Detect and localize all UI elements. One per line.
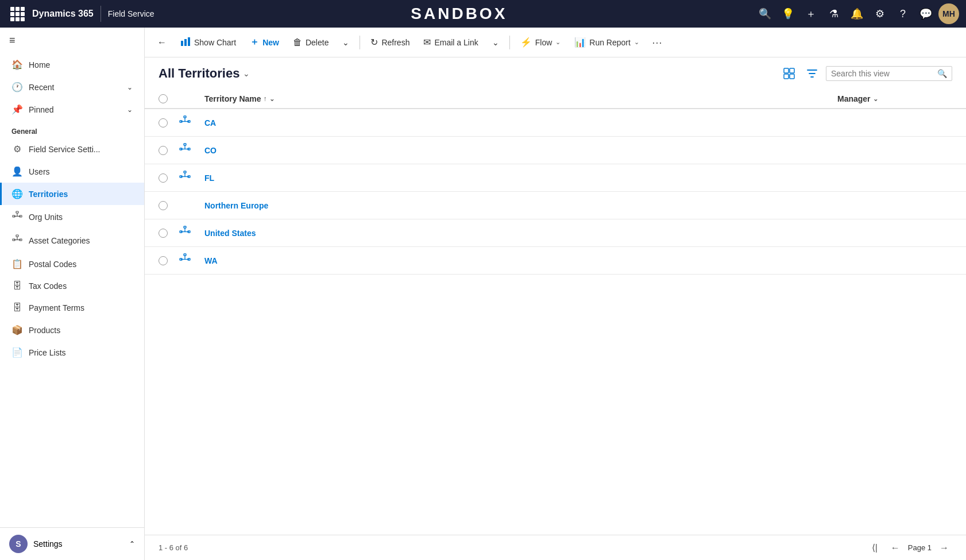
chat-nav-button[interactable]: 💬 — [915, 3, 936, 24]
territory-name-wa[interactable]: WA — [204, 256, 218, 265]
user-avatar[interactable]: MH — [938, 3, 959, 24]
pinned-icon: 📌 — [11, 104, 23, 115]
svg-rect-11 — [184, 39, 187, 46]
view-selector-button[interactable] — [780, 64, 798, 83]
hamburger-icon: ≡ — [9, 34, 16, 47]
territory-name-fl[interactable]: FL — [204, 173, 214, 183]
email-link-dropdown-button[interactable]: ⌄ — [486, 34, 505, 51]
show-chart-icon — [180, 36, 191, 49]
table-row[interactable]: CA — [145, 109, 966, 137]
view-header: All Territories ⌄ — [145, 57, 966, 90]
territory-icon-fl — [179, 171, 204, 185]
select-all-checkbox[interactable] — [159, 94, 168, 103]
delete-button[interactable]: 🗑 Delete — [287, 34, 334, 51]
sidebar-item-price-lists[interactable]: 📄 Price Lists — [0, 341, 144, 364]
refresh-button[interactable]: ↻ Refresh — [365, 33, 415, 51]
territory-name-northern-europe[interactable]: Northern Europe — [204, 201, 268, 210]
back-icon: ← — [157, 37, 167, 48]
sidebar-item-postal-codes[interactable]: 📋 Postal Codes — [0, 253, 144, 275]
plus-nav-button[interactable]: ＋ — [801, 3, 821, 24]
app-grid-button[interactable] — [7, 3, 28, 24]
sidebar-item-products[interactable]: 📦 Products — [0, 319, 144, 341]
table-row[interactable]: WA — [145, 247, 966, 275]
sort-chevron-icon[interactable]: ⌄ — [269, 95, 275, 103]
show-chart-button[interactable]: Show Chart — [175, 33, 242, 52]
top-nav: Dynamics 365 Field Service SANDBOX 🔍 💡 ＋… — [0, 0, 966, 28]
toolbar: ← Show Chart ＋ New 🗑 Delete — [145, 28, 966, 57]
toolbar-more-button[interactable]: ⋯ — [647, 33, 667, 52]
filter-nav-button[interactable]: ⚗ — [824, 3, 844, 24]
settings-section[interactable]: S Settings ⌃ — [0, 527, 144, 560]
svg-rect-16 — [790, 74, 794, 79]
view-title-chevron-icon[interactable]: ⌄ — [243, 69, 250, 78]
settings-label: Settings — [33, 539, 63, 549]
filter-button[interactable] — [803, 64, 821, 83]
lightbulb-nav-button[interactable]: 💡 — [778, 3, 798, 24]
back-button[interactable]: ← — [152, 34, 172, 51]
sidebar-toggle[interactable]: ≡ — [0, 28, 144, 53]
pinned-chevron-icon: ⌄ — [127, 106, 133, 114]
run-report-chevron-icon: ⌄ — [634, 38, 639, 46]
territory-icon-co — [179, 143, 204, 157]
row-checkbox-wa[interactable] — [159, 256, 168, 265]
table-footer: 1 - 6 of 6 ⟨| ← Page 1 → — [145, 535, 966, 560]
sidebar-item-users[interactable]: 👤 Users — [0, 160, 144, 183]
sidebar-item-asset-categories[interactable]: Asset Categories — [0, 229, 144, 253]
sidebar-item-payment-terms[interactable]: 🗄 Payment Terms — [0, 297, 144, 319]
sidebar-item-recent[interactable]: 🕐 Recent ⌄ — [0, 76, 144, 98]
svg-rect-10 — [181, 41, 183, 46]
run-report-button[interactable]: 📊 Run Report ⌄ — [569, 33, 645, 51]
help-nav-button[interactable]: ? — [892, 3, 913, 24]
territory-name-united-states[interactable]: United States — [204, 229, 256, 238]
main-layout: ≡ 🏠 Home 🕐 Recent ⌄ 📌 Pinned ⌄ General ⚙… — [0, 28, 966, 560]
sidebar-item-org-units[interactable]: Org Units — [0, 205, 144, 229]
svg-rect-12 — [188, 37, 190, 46]
row-checkbox-ca[interactable] — [159, 118, 168, 128]
grid-icon — [10, 7, 25, 21]
refresh-label: Refresh — [381, 38, 409, 47]
more-dropdown-button[interactable]: ⌄ — [337, 34, 355, 51]
table-row[interactable]: CO — [145, 137, 966, 164]
territory-icon-wa — [179, 253, 204, 268]
new-button[interactable]: ＋ New — [244, 33, 285, 52]
row-checkbox-co[interactable] — [159, 146, 168, 155]
svg-rect-0 — [16, 211, 18, 213]
row-checkbox-fl[interactable] — [159, 173, 168, 183]
nav-divider — [101, 6, 101, 22]
settings-nav-button[interactable]: ⚙ — [870, 3, 890, 24]
show-chart-label: Show Chart — [194, 38, 236, 47]
email-icon: ✉ — [423, 37, 431, 48]
table-row[interactable]: Northern Europe — [145, 192, 966, 219]
table-row[interactable]: FL — [145, 164, 966, 192]
svg-rect-32 — [184, 226, 186, 228]
field-service-settings-icon: ⚙ — [11, 144, 23, 155]
new-label: New — [262, 38, 279, 47]
svg-rect-37 — [184, 254, 186, 256]
sidebar-item-territories[interactable]: 🌐 Territories — [0, 183, 144, 205]
flow-button[interactable]: ⚡ Flow ⌄ — [515, 33, 567, 51]
email-link-button[interactable]: ✉ Email a Link — [418, 33, 484, 51]
sidebar-item-users-label: Users — [29, 167, 50, 176]
territory-name-ca[interactable]: CA — [204, 118, 216, 128]
row-checkbox-northern-europe[interactable] — [159, 201, 168, 210]
search-box[interactable]: 🔍 — [826, 66, 952, 81]
table-row[interactable]: United States — [145, 219, 966, 247]
first-page-button[interactable]: ⟨| — [867, 540, 883, 556]
sidebar-item-tax-codes[interactable]: 🗄 Tax Codes — [0, 275, 144, 297]
sort-asc-icon[interactable]: ↑ — [264, 95, 267, 103]
manager-sort-chevron-icon[interactable]: ⌄ — [873, 95, 878, 103]
search-nav-button[interactable]: 🔍 — [755, 3, 775, 24]
row-checkbox-united-states[interactable] — [159, 229, 168, 238]
territory-name-co[interactable]: CO — [204, 146, 217, 155]
sidebar-item-pinned[interactable]: 📌 Pinned ⌄ — [0, 98, 144, 121]
pagination: ⟨| ← Page 1 → — [867, 540, 952, 556]
view-title-wrap: All Territories ⌄ — [159, 66, 250, 81]
bell-nav-button[interactable]: 🔔 — [847, 3, 867, 24]
search-input[interactable] — [831, 69, 937, 78]
sidebar-item-field-service-settings[interactable]: ⚙ Field Service Setti... — [0, 138, 144, 160]
prev-page-button[interactable]: ← — [887, 540, 903, 556]
sidebar-item-home[interactable]: 🏠 Home — [0, 53, 144, 76]
next-page-button[interactable]: → — [936, 540, 952, 556]
sidebar-item-products-label: Products — [29, 326, 60, 335]
sidebar-item-field-service-settings-label: Field Service Setti... — [29, 145, 101, 154]
